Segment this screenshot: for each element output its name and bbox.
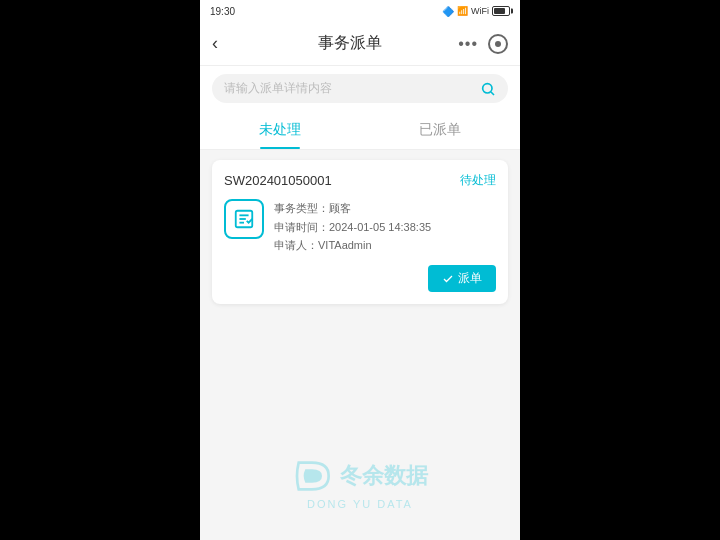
- approve-button[interactable]: 派单: [428, 265, 496, 292]
- back-button[interactable]: ‹: [212, 33, 242, 54]
- status-time: 19:30: [210, 6, 235, 17]
- card-applicant: 申请人：VITAadmin: [274, 236, 496, 255]
- svg-line-1: [491, 92, 494, 95]
- card-body: 事务类型：顾客 申请时间：2024-01-05 14:38:35 申请人：VIT…: [224, 199, 496, 255]
- status-bar: 19:30 🔷 📶 WiFi: [200, 0, 520, 22]
- search-bar: 请输入派单详情内容: [200, 66, 520, 111]
- target-button[interactable]: [488, 34, 508, 54]
- tab-pending[interactable]: 未处理: [200, 111, 360, 149]
- card-status[interactable]: 待处理: [460, 172, 496, 189]
- content-area: SW202401050001 待处理 事务类型：顾客 申请时间：2024-01-…: [200, 150, 520, 540]
- card-number: SW202401050001: [224, 173, 332, 188]
- card-type: 事务类型：顾客: [274, 199, 496, 218]
- approve-icon: [442, 273, 454, 285]
- status-icons: 🔷 📶 WiFi: [442, 6, 510, 17]
- task-icon: [224, 199, 264, 239]
- search-icon: [480, 81, 496, 97]
- signal-icon: 📶: [457, 6, 468, 16]
- approve-label: 派单: [458, 270, 482, 287]
- more-button[interactable]: •••: [458, 35, 478, 53]
- nav-actions: •••: [458, 34, 508, 54]
- phone-container: 19:30 🔷 📶 WiFi ‹ 事务派单 ••• 请输入派单详情内容: [200, 0, 520, 540]
- tabs: 未处理 已派单: [200, 111, 520, 150]
- battery-icon: [492, 6, 510, 16]
- page-title: 事务派单: [318, 33, 382, 54]
- card-header: SW202401050001 待处理: [224, 172, 496, 189]
- tab-dispatched[interactable]: 已派单: [360, 111, 520, 149]
- task-card: SW202401050001 待处理 事务类型：顾客 申请时间：2024-01-…: [212, 160, 508, 304]
- nav-bar: ‹ 事务派单 •••: [200, 22, 520, 66]
- wifi-icon: WiFi: [471, 6, 489, 16]
- card-details: 事务类型：顾客 申请时间：2024-01-05 14:38:35 申请人：VIT…: [274, 199, 496, 255]
- svg-point-0: [483, 83, 492, 92]
- search-wrapper[interactable]: 请输入派单详情内容: [212, 74, 508, 103]
- card-time: 申请时间：2024-01-05 14:38:35: [274, 218, 496, 237]
- search-placeholder: 请输入派单详情内容: [224, 80, 480, 97]
- bluetooth-icon: 🔷: [442, 6, 454, 17]
- card-footer: 派单: [224, 265, 496, 292]
